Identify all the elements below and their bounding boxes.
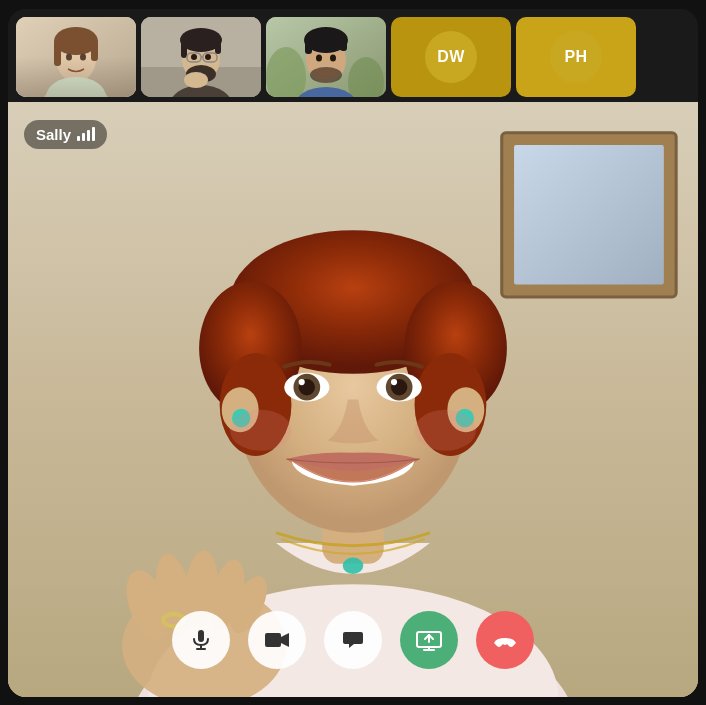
svg-point-35 (330, 54, 336, 61)
chat-button[interactable] (324, 611, 382, 669)
share-screen-button[interactable] (400, 611, 458, 669)
svg-rect-31 (305, 39, 312, 54)
svg-point-60 (230, 409, 292, 450)
svg-rect-16 (181, 40, 187, 58)
svg-rect-32 (340, 39, 347, 51)
svg-point-55 (299, 378, 305, 384)
svg-marker-74 (281, 633, 289, 647)
chat-icon (341, 628, 365, 652)
svg-rect-73 (265, 633, 281, 647)
participant-name: Sally (36, 126, 71, 143)
svg-rect-6 (91, 41, 98, 61)
signal-bar-3 (87, 130, 90, 141)
share-screen-icon (416, 628, 442, 652)
main-video-background: Sally (8, 102, 698, 697)
svg-point-34 (316, 54, 322, 61)
end-call-button[interactable] (476, 611, 534, 669)
signal-bar-2 (82, 133, 85, 141)
participant-name-label: Sally (24, 120, 107, 149)
main-person-svg (8, 102, 698, 697)
avatar-ph-initials: PH (550, 31, 602, 83)
svg-point-9 (80, 53, 86, 60)
svg-point-7 (46, 77, 106, 97)
phone-end-icon (491, 628, 519, 652)
thumbnail-strip: DW PH (8, 9, 698, 102)
svg-rect-5 (54, 41, 61, 66)
svg-rect-38 (514, 145, 664, 285)
svg-rect-70 (198, 630, 204, 642)
control-bar (8, 611, 698, 669)
svg-point-2 (41, 82, 111, 97)
signal-bars (77, 127, 95, 141)
signal-bar-1 (77, 136, 80, 141)
thumbnail-1[interactable] (16, 17, 136, 97)
avatar-dw-initials: DW (425, 31, 477, 83)
svg-point-20 (205, 54, 211, 60)
camera-icon (264, 628, 290, 652)
svg-rect-17 (215, 40, 221, 54)
svg-point-61 (415, 409, 477, 450)
mute-button[interactable] (172, 611, 230, 669)
svg-point-19 (191, 54, 197, 60)
main-video: Sally (8, 102, 698, 697)
svg-point-33 (310, 67, 342, 83)
thumbnail-3[interactable] (266, 17, 386, 97)
microphone-icon (189, 628, 213, 652)
thumbnail-dw[interactable]: DW (391, 17, 511, 97)
thumbnail-2[interactable] (141, 17, 261, 97)
thumbnail-ph[interactable]: PH (516, 17, 636, 97)
svg-point-8 (66, 53, 72, 60)
camera-button[interactable] (248, 611, 306, 669)
app-container: DW PH (8, 9, 698, 697)
svg-point-24 (184, 72, 208, 88)
svg-point-62 (343, 557, 364, 573)
svg-point-59 (391, 378, 397, 384)
signal-bar-4 (92, 127, 95, 141)
